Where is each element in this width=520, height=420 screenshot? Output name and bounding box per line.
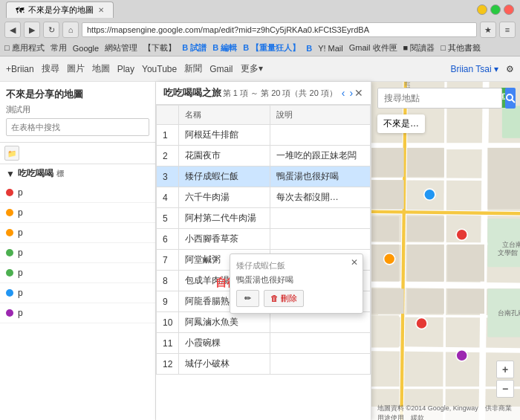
bookmark-other[interactable]: □ 其他書籤	[441, 42, 481, 54]
map-footer: 地圖資料 ©2014 Google, Kingway 供非商業用途使用 緩款	[371, 407, 520, 420]
row-num: 2	[157, 146, 179, 167]
bookmark-apps[interactable]: □ 應用程式	[4, 42, 45, 54]
list-item[interactable]: p	[0, 183, 155, 203]
images-link[interactable]: 圖片	[67, 62, 85, 75]
youtube-link[interactable]: YouTube	[142, 64, 177, 74]
row-num: 1	[157, 125, 179, 146]
popup-close-btn[interactable]: ✕	[351, 257, 358, 268]
list-item[interactable]: p	[0, 283, 155, 303]
bookmark-b1[interactable]: B 試譜	[182, 42, 207, 54]
bookmark-b3[interactable]: B 【重量狂人】	[243, 42, 300, 54]
left-panel: 不來是分享的地圖 測試用 📁 ▼ 吃吃喝喝 標 p p p p p p p	[0, 82, 156, 420]
google-plus-link[interactable]: +Briian	[6, 64, 34, 74]
col-name-header: 名稱	[179, 106, 270, 125]
row-desc	[270, 125, 370, 146]
row-name: 六千牛肉湯	[179, 187, 270, 208]
bookmark-dl[interactable]: 【下載】	[143, 42, 176, 54]
row-num: 10	[157, 312, 179, 333]
close-btn[interactable]	[504, 4, 514, 15]
svg-line-4	[371, 348, 520, 352]
settings-btn[interactable]: ≡	[499, 22, 516, 38]
table-row[interactable]: 12 城仔小破林	[157, 354, 371, 375]
refresh-btn[interactable]: ↻	[43, 22, 59, 38]
map-attribution: 地圖資料 ©2014 Google, Kingway 供非商業用途使用 緩款	[377, 404, 514, 420]
row-num: 5	[157, 208, 179, 229]
svg-point-51	[424, 189, 435, 200]
bookmark-b4[interactable]: B	[306, 44, 312, 53]
panel-title: 不來是分享的地圖	[6, 88, 149, 101]
table-row[interactable]: 10 阿鳳滷水魚美	[157, 312, 371, 333]
svg-rect-28	[407, 216, 444, 242]
map-search-btn[interactable]	[505, 88, 516, 109]
bookmark-webadmin[interactable]: 網站管理	[105, 42, 137, 54]
back-btn[interactable]: ◀	[4, 22, 21, 38]
user-name[interactable]: Briian Tsai ▾	[451, 64, 498, 74]
popup-name-label: 矮仔成蝦仁飯	[236, 260, 357, 271]
list-item[interactable]: p	[0, 223, 155, 243]
table-row[interactable]: 3 矮仔成蝦仁飯 鴨蛋湯也很好喝	[157, 167, 371, 187]
zoom-out-btn[interactable]: −	[496, 380, 514, 398]
table-row[interactable]: 5 阿村第二代牛肉湯	[157, 208, 371, 229]
delete-btn[interactable]: 🗑 刪除	[264, 290, 304, 307]
svg-line-63	[512, 100, 515, 103]
edit-icon-btn[interactable]: ✏	[236, 290, 259, 307]
minimize-btn[interactable]	[477, 4, 487, 15]
map-title: 不來是…	[377, 114, 425, 133]
data-panel-close-btn[interactable]: ✕	[354, 87, 363, 99]
table-row[interactable]: 11 小霞碗粿	[157, 333, 371, 354]
address-bar[interactable]	[82, 22, 477, 37]
google-nav: +Briian 搜尋 圖片 地圖 Play YouTube 新聞 Gmail 更…	[6, 62, 263, 75]
row-num: 4	[157, 187, 179, 208]
row-name: 阿根廷牛排館	[179, 125, 270, 146]
next-page-btn[interactable]: ›	[350, 87, 354, 99]
row-num: 9	[157, 291, 179, 312]
bookmark-btn[interactable]: ★	[480, 22, 496, 38]
row-desc: 每次去都沒開…	[270, 187, 370, 208]
table-row[interactable]: 2 花園夜市 一堆吃的跟正妹老闆	[157, 146, 371, 167]
bookmark-reader[interactable]: ■ 閱讀器	[403, 42, 435, 54]
bookmark-gmail[interactable]: Gmail 收件匣	[349, 42, 397, 54]
home-btn[interactable]: ⌂	[62, 22, 79, 38]
map-search-bar	[377, 88, 475, 109]
tab-close-btn[interactable]: ✕	[98, 6, 104, 14]
folder-btn[interactable]: 📁	[4, 146, 19, 161]
svg-text:台南孔廟: 台南孔廟	[498, 309, 520, 317]
list-item[interactable]: p	[0, 303, 155, 323]
bookmark-yahoo[interactable]: Y! Mail	[318, 44, 343, 53]
more-link[interactable]: 更多▾	[241, 62, 263, 75]
search-input[interactable]	[6, 118, 149, 136]
window-controls	[477, 4, 514, 15]
table-row[interactable]: 4 六千牛肉湯 每次去都沒開…	[157, 187, 371, 208]
map-search-input[interactable]	[377, 88, 502, 109]
list-item[interactable]: p	[0, 263, 155, 283]
maps-link[interactable]: 地圖	[92, 62, 110, 75]
svg-rect-29	[487, 148, 520, 209]
forward-btn[interactable]: ▶	[24, 22, 40, 38]
zoom-in-btn[interactable]: +	[496, 361, 514, 378]
table-row[interactable]: 1 阿根廷牛排館	[157, 125, 371, 146]
svg-rect-49	[371, 315, 399, 347]
search-link[interactable]: 搜尋	[42, 62, 59, 75]
browser-tab[interactable]: 🗺 不來是分享的地圖 ✕	[6, 1, 114, 18]
bookmark-b2[interactable]: B 編輯	[212, 42, 237, 54]
panel-subtitle: 測試用	[6, 104, 149, 115]
row-desc: 一堆吃的跟正妹老闆	[270, 146, 370, 167]
gmail-link[interactable]: Gmail	[209, 64, 233, 74]
list-item[interactable]: p	[0, 203, 155, 223]
table-row[interactable]: 6 小西腳香草茶	[157, 229, 371, 250]
news-link[interactable]: 新聞	[184, 62, 202, 75]
gear-icon[interactable]: ⚙	[506, 64, 514, 74]
play-link[interactable]: Play	[117, 64, 134, 74]
expand-icon[interactable]: ▼	[6, 169, 15, 179]
zoom-controls: + −	[496, 361, 514, 398]
list-items: p p p p p p p	[0, 183, 155, 420]
prev-page-btn[interactable]: ‹	[342, 87, 345, 99]
title-bar: 🗺 不來是分享的地圖 ✕	[0, 0, 520, 19]
svg-point-53	[384, 253, 395, 265]
edit-popup: 矮仔成蝦仁飯 鴨蛋湯也很好喝 ✏ 🗑 刪除 ✕	[230, 253, 363, 314]
list-item[interactable]: p	[0, 243, 155, 263]
maximize-btn[interactable]	[490, 4, 501, 15]
row-name: 阿鳳滷水魚美	[179, 312, 270, 333]
bookmark-google[interactable]: Google	[73, 44, 99, 53]
bookmark-common[interactable]: 常用	[51, 42, 67, 54]
